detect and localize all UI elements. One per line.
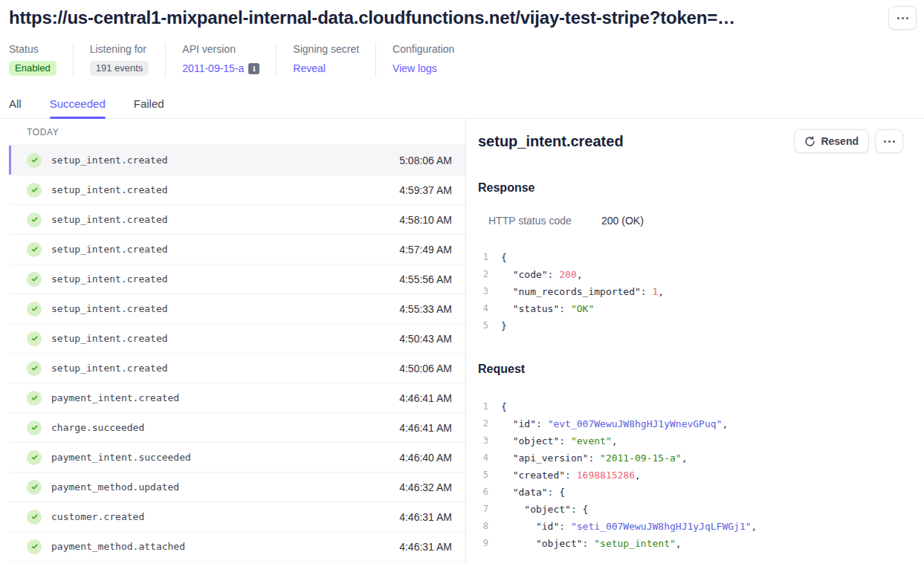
tab-all[interactable]: All — [9, 97, 22, 118]
event-type-label: setup_intent.created — [51, 363, 168, 374]
response-code: 1 { 2 "code": 200, 3 "num_records_import… — [478, 249, 903, 334]
line-content: "object": "event", — [501, 432, 618, 449]
api-version-value[interactable]: 2011-09-15-a — [182, 62, 244, 74]
content-area: TODAY setup_intent.created 5:08:06 AM se… — [0, 119, 924, 562]
line-number: 3 — [478, 432, 488, 449]
code-line: 1 { — [478, 398, 903, 415]
events-count-badge: 191 events — [90, 61, 149, 76]
event-time: 4:50:43 AM — [399, 333, 452, 345]
header-overflow-button[interactable] — [888, 6, 917, 30]
event-type-label: setup_intent.created — [51, 244, 168, 255]
success-check-icon — [27, 539, 42, 554]
event-list-row[interactable]: payment_intent.created 4:46:41 AM — [9, 383, 465, 413]
reveal-link[interactable]: Reveal — [293, 62, 326, 74]
success-check-icon — [27, 420, 42, 435]
line-number: 6 — [478, 484, 488, 501]
code-line: 3 "num_records_imported": 1, — [478, 283, 903, 300]
line-content: "api_version": "2011-09-15-a", — [501, 449, 687, 467]
line-number: 9 — [478, 535, 488, 552]
event-time: 4:55:56 AM — [399, 273, 452, 285]
event-list-pane: TODAY setup_intent.created 5:08:06 AM se… — [9, 119, 466, 562]
line-content: { — [501, 249, 507, 266]
meta-group-signing-secret: Signing secret Reveal — [277, 43, 375, 77]
success-check-icon — [27, 302, 42, 316]
event-list-row[interactable]: setup_intent.created 4:55:33 AM — [9, 294, 465, 324]
code-line: 4 "status": "OK" — [478, 300, 903, 317]
event-type-label: payment_intent.created — [51, 392, 179, 403]
resend-button-label: Resend — [821, 135, 859, 147]
success-check-icon — [27, 242, 42, 257]
event-type-label: setup_intent.created — [51, 184, 168, 195]
code-line: 2 "code": 200, — [478, 266, 903, 283]
code-line: 6 "data": { — [478, 484, 903, 501]
event-type-label: customer.created — [51, 511, 144, 522]
meta-group-configuration: Configuration View logs — [376, 43, 471, 77]
line-number: 2 — [478, 415, 488, 432]
success-check-icon — [27, 450, 42, 465]
tab-failed[interactable]: Failed — [134, 97, 164, 118]
event-list-row[interactable]: setup_intent.created 5:08:06 AM — [9, 146, 465, 175]
event-list-row[interactable]: setup_intent.created 4:59:37 AM — [9, 175, 465, 205]
event-list-row[interactable]: setup_intent.created 4:50:06 AM — [9, 354, 465, 383]
code-line: 4 "api_version": "2011-09-15-a", — [478, 449, 903, 467]
event-list-row[interactable]: charge.succeeded 4:46:41 AM — [9, 413, 465, 443]
event-time: 5:08:06 AM — [399, 155, 452, 166]
line-number: 2 — [478, 266, 488, 283]
ellipsis-icon — [884, 140, 895, 143]
event-type-label: payment_intent.succeeded — [51, 452, 191, 463]
event-list-row[interactable]: customer.created 4:46:31 AM — [9, 502, 465, 532]
event-time: 4:46:31 AM — [399, 511, 452, 523]
event-list-row[interactable]: setup_intent.created 4:55:56 AM — [9, 264, 465, 294]
tab-succeeded[interactable]: Succeeded — [50, 97, 106, 118]
meta-group-api-version: API version 2011-09-15-a i — [166, 43, 276, 77]
event-rows: setup_intent.created 5:08:06 AM setup_in… — [9, 146, 465, 562]
line-content: "code": 200, — [501, 266, 583, 283]
page-header: https://us-central1-mixpanel-internal-da… — [0, 0, 924, 30]
http-status-row: HTTP status code 200 (OK) — [478, 215, 903, 227]
code-line: 7 "object": { — [478, 501, 903, 518]
event-list-row[interactable]: setup_intent.created 4:50:43 AM — [9, 324, 465, 354]
detail-overflow-button[interactable] — [875, 129, 903, 153]
event-time: 4:57:49 AM — [399, 244, 452, 256]
event-type-label: setup_intent.created — [51, 214, 168, 225]
listening-for-label: Listening for — [90, 43, 149, 55]
code-line: 5 "created": 1698815286, — [478, 467, 903, 484]
event-type-label: payment_method.attached — [51, 541, 185, 552]
success-check-icon — [27, 183, 42, 198]
event-detail-header: setup_intent.created Resend — [478, 129, 903, 153]
event-time: 4:50:06 AM — [399, 363, 452, 374]
success-check-icon — [27, 153, 42, 168]
line-number: 1 — [478, 398, 488, 415]
code-line: 1 { — [478, 249, 903, 266]
line-content: "data": { — [501, 484, 565, 501]
line-number: 8 — [478, 518, 488, 535]
event-group-header: TODAY — [9, 119, 465, 146]
event-time: 4:46:31 AM — [399, 541, 452, 553]
event-list-row[interactable]: setup_intent.created 4:57:49 AM — [9, 235, 465, 264]
resend-button[interactable]: Resend — [794, 129, 869, 153]
event-list-row[interactable]: payment_method.attached 4:46:31 AM — [9, 532, 465, 562]
line-content: "object": { — [501, 501, 588, 518]
line-number: 4 — [478, 300, 488, 317]
endpoint-meta-bar: Status Enabled Listening for 191 events … — [9, 43, 915, 77]
code-line: 8 "id": "seti_007WewuJW8hgHJ1yJqLFWGj1", — [478, 518, 903, 535]
status-badge: Enabled — [9, 61, 56, 76]
success-check-icon — [27, 480, 42, 495]
meta-group-status: Status Enabled — [9, 43, 73, 77]
line-content: "id": "evt_007WewuJW8hgHJ1yWnevGPuq", — [501, 415, 728, 432]
info-icon[interactable]: i — [248, 63, 259, 74]
event-list-row[interactable]: payment_intent.succeeded 4:46:40 AM — [9, 443, 465, 473]
event-time: 4:58:10 AM — [399, 214, 452, 226]
event-list-row[interactable]: payment_method.updated 4:46:32 AM — [9, 473, 465, 502]
event-time: 4:55:33 AM — [399, 303, 452, 315]
success-check-icon — [27, 510, 42, 525]
code-line: 5 } — [478, 317, 903, 334]
event-time: 4:46:41 AM — [399, 392, 452, 404]
ellipsis-icon — [897, 17, 908, 19]
event-detail-title: setup_intent.created — [478, 133, 624, 150]
code-line: 2 "id": "evt_007WewuJW8hgHJ1yWnevGPuq", — [478, 415, 903, 432]
configuration-label: Configuration — [392, 43, 454, 55]
view-logs-link[interactable]: View logs — [392, 62, 437, 74]
success-check-icon — [27, 331, 42, 346]
event-list-row[interactable]: setup_intent.created 4:58:10 AM — [9, 205, 465, 235]
